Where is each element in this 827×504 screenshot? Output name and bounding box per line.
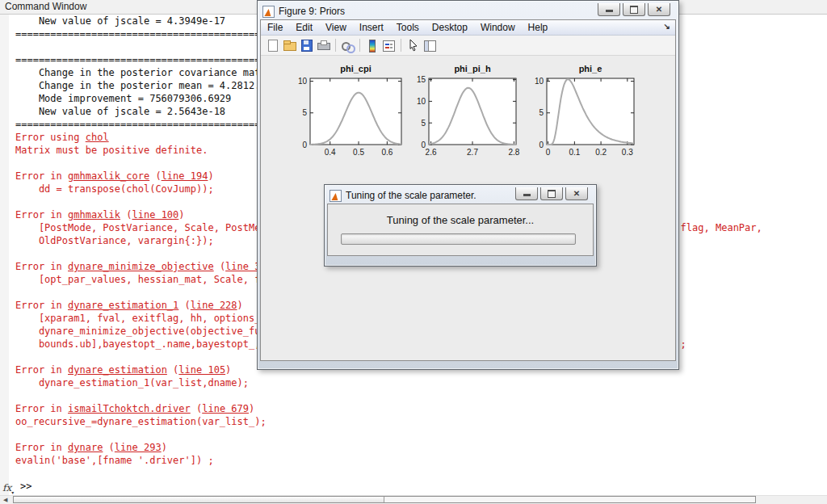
toolbar-separator: [401, 39, 401, 52]
insert-legend-icon[interactable]: [381, 38, 397, 52]
horizontal-scrollbar-thumb[interactable]: [14, 497, 384, 502]
x-tick-label: 2.6: [426, 148, 437, 157]
dialog-title: Tuning of the scale parameter.: [346, 190, 476, 201]
minimize-icon: [523, 194, 531, 196]
menu-insert[interactable]: Insert: [353, 22, 390, 33]
menu-edit[interactable]: Edit: [289, 22, 319, 33]
command-window-gutter: [0, 15, 9, 496]
terminal-text: ): [249, 403, 254, 414]
maximize-icon: [548, 190, 556, 198]
menu-help[interactable]: Help: [522, 22, 555, 33]
error-link[interactable]: line 228: [191, 300, 237, 311]
y-tick-label: 5: [421, 119, 426, 128]
terminal-text: [opt_par_values, hessian_mat, Scale, fva…: [15, 274, 296, 285]
edit-plot-icon[interactable]: [405, 38, 421, 52]
horizontal-scrollbar-strip: ◀: [0, 495, 827, 504]
terminal-text: ): [237, 300, 243, 311]
y-tick-label: 10: [417, 97, 426, 106]
insert-colorbar-icon[interactable]: [364, 38, 380, 52]
error-link[interactable]: gmhmaxlik: [68, 209, 120, 220]
minimize-button[interactable]: [598, 3, 620, 16]
error-link[interactable]: dynare_estimation_1: [68, 300, 178, 311]
terminal-text: Error in: [15, 170, 68, 182]
terminal-text: Error in: [15, 403, 68, 414]
dialog-titlebar[interactable]: Tuning of the scale parameter. ✕: [327, 187, 594, 204]
new-figure-icon[interactable]: [265, 38, 280, 52]
terminal-text: (: [103, 442, 114, 453]
close-icon: ✕: [573, 190, 580, 198]
y-tick-label: 10: [298, 77, 308, 86]
error-link[interactable]: dynare_minimize_objective: [68, 261, 214, 272]
menu-file[interactable]: File: [261, 22, 289, 33]
error-link[interactable]: line 100: [132, 209, 179, 220]
error-link[interactable]: gmhmaxlik_core: [68, 170, 149, 182]
command-prompt[interactable]: >>: [20, 481, 31, 492]
error-link[interactable]: dynare: [68, 442, 103, 453]
terminal-text: New value of jscale = 4.3949e-17: [15, 15, 225, 27]
terminal-text: evalin('base',[fname '.driver']) ;: [15, 455, 214, 466]
dialog-client-area: Tuning of the scale parameter...: [327, 204, 594, 256]
dialog-maximize-button[interactable]: [540, 187, 563, 200]
error-link[interactable]: dynare_estimation: [68, 364, 167, 376]
terminal-line: [15, 389, 827, 402]
terminal-line: Error in ismailTchoktch.driver (line 679…: [15, 402, 827, 415]
error-link[interactable]: line 194: [162, 170, 208, 182]
dialog-close-button[interactable]: ✕: [565, 187, 588, 200]
dock-figure-icon[interactable]: ↘: [664, 22, 670, 31]
horizontal-scrollbar[interactable]: [13, 496, 756, 503]
restore-button[interactable]: [623, 3, 645, 16]
y-tick-label: 0: [421, 141, 426, 149]
terminal-text: ): [225, 364, 231, 376]
toolbar-separator: [359, 39, 360, 52]
figure-title: Figure 9: Priors: [279, 6, 345, 17]
menu-tools[interactable]: Tools: [390, 22, 426, 33]
terminal-text: oo_recursive_=dynare_estimation(var_list…: [15, 416, 267, 427]
terminal-text: Mode improvement = 756079306.6929: [15, 93, 231, 104]
error-link[interactable]: line 679: [202, 403, 249, 414]
show-plot-tools-icon[interactable]: [422, 38, 438, 52]
fx-function-browser-icon[interactable]: fx▾: [2, 482, 14, 495]
open-file-icon[interactable]: [282, 38, 297, 52]
matlab-dialog-icon: [330, 190, 342, 202]
error-link[interactable]: line 105: [178, 364, 225, 376]
x-tick-label: 0.6: [381, 148, 393, 157]
menu-view[interactable]: View: [319, 22, 353, 33]
x-tick-label: 2.8: [508, 148, 519, 157]
figure-toolbar: [261, 36, 675, 56]
menu-window[interactable]: Window: [474, 22, 522, 33]
terminal-text: (: [214, 261, 225, 272]
subplot-title: phi_pi_h: [454, 64, 491, 74]
error-link[interactable]: line 293: [115, 442, 162, 453]
subplot-phi_e: phi_e00.10.20.30510: [521, 62, 660, 166]
error-link[interactable]: chol: [86, 132, 109, 143]
dialog-minimize-button[interactable]: [515, 187, 538, 200]
close-icon: ✕: [656, 6, 662, 14]
x-tick-label: 2.7: [467, 148, 478, 157]
save-figure-icon[interactable]: [299, 38, 314, 52]
terminal-text: (: [120, 209, 132, 220]
tuning-dialog-window: Tuning of the scale parameter. ✕ Tuning …: [324, 184, 597, 267]
terminal-text: (: [149, 170, 161, 182]
close-button[interactable]: ✕: [648, 3, 670, 16]
link-plot-icon[interactable]: [340, 38, 355, 52]
axes-box: [310, 78, 401, 145]
terminal-line: [15, 428, 827, 441]
terminal-line: dynare_estimation_1(var_list,dname);: [15, 376, 827, 389]
menu-desktop[interactable]: Desktop: [426, 22, 474, 33]
x-tick-label: 0: [546, 148, 551, 157]
terminal-text: Matrix must be positive definite.: [15, 145, 208, 156]
restore-icon: [630, 6, 638, 14]
axes-box: [429, 78, 516, 145]
terminal-text: Change in the posterior covariance matri…: [15, 67, 278, 78]
progress-bar: [341, 233, 576, 245]
error-link[interactable]: ismailTchoktch.driver: [68, 403, 191, 414]
figure-titlebar[interactable]: Figure 9: Priors ✕: [260, 3, 676, 19]
figure-menubar: FileEditViewInsertToolsDesktopWindowHelp…: [261, 20, 675, 36]
terminal-line: evalin('base',[fname '.driver']) ;: [15, 454, 827, 467]
y-tick-label: 5: [302, 108, 307, 117]
y-tick-label: 5: [539, 108, 544, 117]
print-figure-icon[interactable]: [316, 38, 331, 52]
scrollbar-left-arrow-icon[interactable]: ◀: [3, 497, 7, 503]
y-tick-label: 15: [417, 75, 426, 84]
dialog-window-buttons: ✕: [515, 187, 588, 200]
